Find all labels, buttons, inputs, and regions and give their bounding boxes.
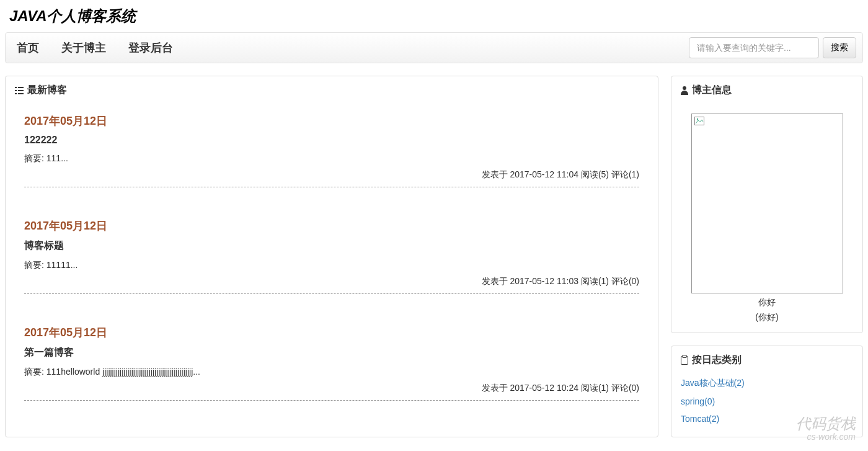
- svg-point-1: [696, 118, 698, 120]
- list-icon: [15, 87, 24, 94]
- nav-search: 搜索: [689, 37, 862, 58]
- divider: [24, 187, 639, 187]
- post-meta: 发表于 2017-05-12 10:24 阅读(1) 评论(0): [24, 383, 639, 394]
- post-summary: 摘要: 111helloworld jjjjjjjjjjjjjjjjjjjjjj…: [24, 367, 639, 378]
- category-item-java[interactable]: Java核心基础(2): [681, 374, 853, 393]
- nav-links: 首页 关于博主 登录后台: [6, 32, 184, 63]
- post-title[interactable]: 第一篇博客: [24, 346, 639, 359]
- profile-name: 你好: [681, 297, 853, 308]
- avatar: [691, 114, 843, 293]
- post-date: 2017年05月12日: [24, 218, 639, 233]
- profile-nickname: (你好): [681, 312, 853, 323]
- navbar: 首页 关于博主 登录后台 搜索: [5, 32, 863, 63]
- broken-image-icon: [694, 117, 704, 125]
- nav-item-home[interactable]: 首页: [6, 32, 50, 63]
- post-title[interactable]: 122222: [24, 135, 639, 146]
- category-item-spring[interactable]: spring(0): [681, 393, 853, 410]
- post-item: 2017年05月12日 第一篇博客 摘要: 111helloworld jjjj…: [6, 316, 658, 422]
- profile-panel: 博主信息 你好 (你好): [671, 76, 863, 333]
- divider: [24, 400, 639, 401]
- divider: [24, 293, 639, 294]
- nav-item-admin[interactable]: 登录后台: [117, 32, 184, 63]
- category-item-tomcat[interactable]: Tomcat(2): [681, 410, 853, 427]
- search-button[interactable]: 搜索: [823, 37, 856, 58]
- latest-posts-label: 最新博客: [27, 84, 67, 97]
- categories-panel: 按日志类别 Java核心基础(2) spring(0) Tomcat(2): [671, 346, 863, 437]
- profile-heading-label: 博主信息: [692, 84, 732, 97]
- post-summary: 摘要: 111...: [24, 153, 639, 164]
- nav-item-about[interactable]: 关于博主: [50, 32, 117, 63]
- clipboard-icon: [681, 356, 688, 365]
- post-date: 2017年05月12日: [24, 114, 639, 128]
- post-summary: 摘要: 11111...: [24, 260, 639, 271]
- sidebar: 博主信息 你好 (你好) 按日志类别 Java核心基础(2) spring(0): [671, 76, 863, 437]
- post-date: 2017年05月12日: [24, 325, 639, 340]
- search-input[interactable]: [689, 37, 819, 58]
- categories-heading-label: 按日志类别: [692, 354, 742, 367]
- post-meta: 发表于 2017-05-12 11:04 阅读(5) 评论(1): [24, 169, 639, 181]
- post-item: 2017年05月12日 122222 摘要: 111... 发表于 2017-0…: [6, 104, 658, 209]
- post-title[interactable]: 博客标题: [24, 239, 639, 252]
- categories-heading: 按日志类别: [671, 346, 862, 374]
- profile-heading: 博主信息: [671, 76, 862, 104]
- site-title: JAVA个人博客系统: [9, 6, 859, 26]
- latest-posts-heading: 最新博客: [6, 76, 658, 104]
- main-column: 最新博客 2017年05月12日 122222 摘要: 111... 发表于 2…: [5, 76, 658, 437]
- user-icon: [681, 86, 688, 95]
- category-list: Java核心基础(2) spring(0) Tomcat(2): [671, 374, 862, 437]
- post-item: 2017年05月12日 博客标题 摘要: 11111... 发表于 2017-0…: [6, 209, 658, 316]
- post-meta: 发表于 2017-05-12 11:03 阅读(1) 评论(0): [24, 276, 639, 287]
